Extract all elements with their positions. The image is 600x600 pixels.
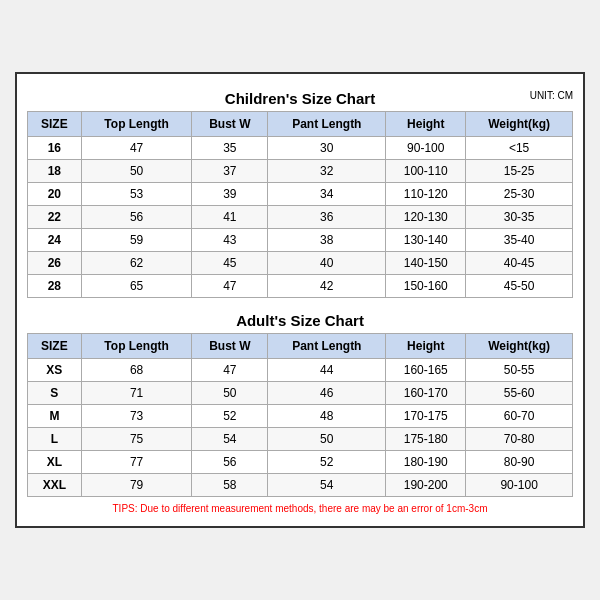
adult-tbody: XS684744160-16550-55S715046160-17055-60M…: [28, 359, 573, 497]
table-cell: 47: [81, 137, 192, 160]
table-row: 26624540140-15040-45: [28, 252, 573, 275]
chart-container: Children's Size Chart UNIT: CM SIZE Top …: [15, 72, 585, 528]
table-cell: 28: [28, 275, 82, 298]
table-cell: 40-45: [466, 252, 573, 275]
table-cell: 130-140: [386, 229, 466, 252]
table-cell: 20: [28, 183, 82, 206]
table-cell: 44: [268, 359, 386, 382]
table-cell: 68: [81, 359, 192, 382]
table-cell: 190-200: [386, 474, 466, 497]
table-cell: 56: [192, 451, 268, 474]
table-cell: 25-30: [466, 183, 573, 206]
table-cell: L: [28, 428, 82, 451]
col-pant-length-adult: Pant Length: [268, 334, 386, 359]
table-cell: 39: [192, 183, 268, 206]
tips-text: TIPS: Due to different measurement metho…: [27, 497, 573, 516]
table-cell: 60-70: [466, 405, 573, 428]
table-cell: 47: [192, 275, 268, 298]
table-cell: 32: [268, 160, 386, 183]
table-row: 24594338130-14035-40: [28, 229, 573, 252]
table-cell: XS: [28, 359, 82, 382]
table-cell: 38: [268, 229, 386, 252]
table-cell: 16: [28, 137, 82, 160]
table-cell: 37: [192, 160, 268, 183]
table-cell: 50-55: [466, 359, 573, 382]
col-top-length: Top Length: [81, 112, 192, 137]
table-cell: 42: [268, 275, 386, 298]
table-cell: 71: [81, 382, 192, 405]
table-cell: M: [28, 405, 82, 428]
table-cell: 30: [268, 137, 386, 160]
table-cell: 54: [192, 428, 268, 451]
children-tbody: 1647353090-100<1518503732100-11015-25205…: [28, 137, 573, 298]
table-cell: 48: [268, 405, 386, 428]
table-cell: 150-160: [386, 275, 466, 298]
table-cell: 65: [81, 275, 192, 298]
table-cell: 45: [192, 252, 268, 275]
table-row: XS684744160-16550-55: [28, 359, 573, 382]
table-row: 20533934110-12025-30: [28, 183, 573, 206]
children-table: SIZE Top Length Bust W Pant Length Heigh…: [27, 111, 573, 298]
table-cell: 77: [81, 451, 192, 474]
col-size: SIZE: [28, 112, 82, 137]
adult-title: Adult's Size Chart: [27, 306, 573, 333]
table-cell: 175-180: [386, 428, 466, 451]
col-pant-length: Pant Length: [268, 112, 386, 137]
table-row: M735248170-17560-70: [28, 405, 573, 428]
col-height-adult: Height: [386, 334, 466, 359]
table-cell: 50: [268, 428, 386, 451]
table-cell: 35-40: [466, 229, 573, 252]
children-title-text: Children's Size Chart: [225, 90, 375, 107]
table-cell: 56: [81, 206, 192, 229]
table-cell: 180-190: [386, 451, 466, 474]
table-cell: 75: [81, 428, 192, 451]
table-row: XXL795854190-20090-100: [28, 474, 573, 497]
table-row: 28654742150-16045-50: [28, 275, 573, 298]
table-cell: 54: [268, 474, 386, 497]
table-cell: 55-60: [466, 382, 573, 405]
table-cell: 53: [81, 183, 192, 206]
children-title: Children's Size Chart UNIT: CM: [27, 84, 573, 111]
table-cell: 58: [192, 474, 268, 497]
table-cell: 15-25: [466, 160, 573, 183]
col-height: Height: [386, 112, 466, 137]
adult-title-text: Adult's Size Chart: [236, 312, 364, 329]
table-cell: 52: [268, 451, 386, 474]
table-cell: 36: [268, 206, 386, 229]
col-weight-adult: Weight(kg): [466, 334, 573, 359]
table-cell: 79: [81, 474, 192, 497]
table-cell: 90-100: [466, 474, 573, 497]
table-cell: 30-35: [466, 206, 573, 229]
table-cell: 35: [192, 137, 268, 160]
col-bust-w: Bust W: [192, 112, 268, 137]
table-row: XL775652180-19080-90: [28, 451, 573, 474]
col-bust-w-adult: Bust W: [192, 334, 268, 359]
table-cell: 100-110: [386, 160, 466, 183]
table-cell: 34: [268, 183, 386, 206]
table-cell: 18: [28, 160, 82, 183]
table-row: 18503732100-11015-25: [28, 160, 573, 183]
table-cell: 160-170: [386, 382, 466, 405]
col-weight: Weight(kg): [466, 112, 573, 137]
table-row: 22564136120-13030-35: [28, 206, 573, 229]
table-cell: 40: [268, 252, 386, 275]
table-cell: 43: [192, 229, 268, 252]
table-cell: 80-90: [466, 451, 573, 474]
table-cell: 24: [28, 229, 82, 252]
table-cell: 160-165: [386, 359, 466, 382]
table-cell: S: [28, 382, 82, 405]
table-cell: 22: [28, 206, 82, 229]
table-cell: 45-50: [466, 275, 573, 298]
table-cell: 50: [192, 382, 268, 405]
col-size-adult: SIZE: [28, 334, 82, 359]
table-row: 1647353090-100<15: [28, 137, 573, 160]
table-cell: 52: [192, 405, 268, 428]
table-cell: XL: [28, 451, 82, 474]
unit-label: UNIT: CM: [530, 90, 573, 101]
children-header-row: SIZE Top Length Bust W Pant Length Heigh…: [28, 112, 573, 137]
table-cell: 41: [192, 206, 268, 229]
table-cell: XXL: [28, 474, 82, 497]
table-cell: 46: [268, 382, 386, 405]
col-top-length-adult: Top Length: [81, 334, 192, 359]
table-cell: 90-100: [386, 137, 466, 160]
